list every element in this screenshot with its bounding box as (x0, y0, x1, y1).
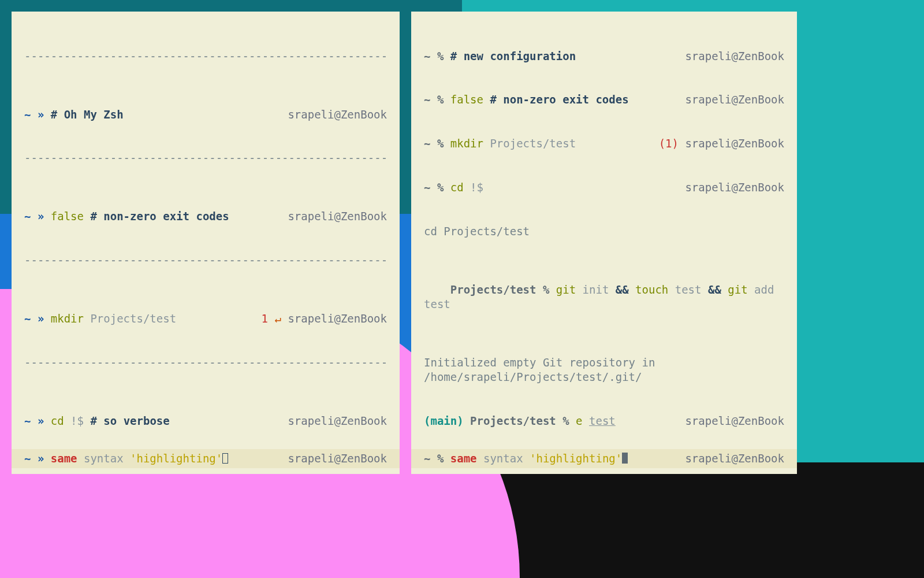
prompt: ~ » (24, 312, 44, 325)
prompt-line: ~ % # new configuration srapeli@ZenBook (424, 49, 784, 64)
command-input-line[interactable]: ~ % same syntax 'highlighting' srapeli@Z… (411, 449, 797, 468)
cmd-cd: cd (444, 181, 463, 194)
user-host: srapeli@ZenBook (679, 92, 784, 107)
prompt-line: ~ % mkdir Projects/test (1) srapeli@ZenB… (424, 136, 784, 151)
cmd-arg: !$ (464, 181, 483, 194)
comment: # non-zero exit codes (483, 93, 629, 106)
exit-code: 1 (262, 312, 275, 325)
cmd-arg: Projects/test (483, 137, 576, 150)
prompt-path: Projects/test % (464, 414, 569, 427)
cmd-mkdir: mkdir (444, 137, 483, 150)
git-branch: (main) (424, 414, 464, 427)
cmd-file: test (589, 414, 616, 427)
command-input-line[interactable]: ~ » same syntax 'highlighting' srapeli@Z… (12, 449, 400, 468)
divider: ----------------------------------------… (24, 355, 387, 370)
output-text: cd Projects/test (424, 224, 784, 239)
string-literal: 'highlighting' (523, 452, 623, 465)
cursor-icon (222, 453, 228, 464)
output-text: Initialized empty Git repository in /hom… (424, 355, 784, 385)
prompt-path: Projects/test % (450, 283, 550, 296)
prompt: ~ » (24, 210, 44, 223)
prompt-line: ~ » cd !$ # so verbose srapeli@ZenBook (24, 414, 387, 428)
user-host: srapeli@ZenBook (282, 209, 387, 224)
cmd-false: false (444, 93, 483, 106)
terminal-right[interactable]: ~ % # new configuration srapeli@ZenBook … (411, 12, 797, 474)
return-icon: ↵ (275, 312, 281, 325)
cursor-icon (622, 453, 628, 464)
prompt-line: ~ » mkdir Projects/test 1 ↵ srapeli@ZenB… (24, 312, 387, 326)
terminal-left[interactable]: ----------------------------------------… (12, 12, 400, 474)
user-host: srapeli@ZenBook (282, 414, 387, 428)
prompt-line: ~ » # Oh My Zsh srapeli@ZenBook (24, 108, 387, 122)
git-dirty-star: * (483, 473, 490, 474)
divider: ----------------------------------------… (24, 253, 387, 268)
prompt: ~ » (24, 414, 44, 427)
cmd-arg: syntax (477, 452, 523, 465)
string-literal: 'highlighting' (124, 452, 223, 465)
divider: ----------------------------------------… (24, 49, 387, 64)
prompt: ~ % (424, 452, 444, 465)
prompt: ~ % (424, 50, 444, 62)
user-host: srapeli@ZenBook (679, 451, 784, 466)
cmd-unknown: same (44, 452, 77, 465)
cmd: e (569, 414, 589, 427)
prompt-line: ~ % cd !$ srapeli@ZenBook (424, 180, 784, 195)
prompt-line: Projects/test % git init && touch test &… (424, 268, 784, 327)
cmd-unknown: same (444, 452, 476, 465)
cmd-arg: !$ (64, 414, 84, 427)
comment: # new configuration (444, 50, 576, 62)
cmd-arg: -p 0/1/2/3/4 (642, 473, 728, 474)
prompt: ~ » (24, 108, 44, 121)
user-host: srapeli@ZenBook (679, 414, 784, 428)
exit-code: (1) (659, 137, 685, 150)
prompt-line: ~ » false # non-zero exit codes srapeli@… (24, 209, 387, 224)
prompt: ~ % (424, 93, 444, 106)
cmd-mkdir: mkdir (602, 473, 642, 474)
prompt-line: ~ % false # non-zero exit codes srapeli@… (424, 92, 784, 107)
user-host: srapeli@ZenBook (679, 49, 784, 64)
comment: # so verbose (84, 414, 170, 427)
comment: # Oh My Zsh (51, 108, 124, 121)
cmd-false: false (51, 210, 84, 223)
comment: # non-zero exit codes (84, 210, 229, 223)
prompt: ~ % (424, 137, 444, 150)
cmd-cd: cd (51, 414, 64, 427)
user-host: srapeli@ZenBook (288, 312, 387, 325)
user-host: srapeli@ZenBook (282, 108, 387, 122)
cmd-mkdir: mkdir (51, 312, 84, 325)
cmd-arg: Projects/test (84, 312, 176, 325)
prompt-line: (main) Projects/test % e test srapeli@Ze… (424, 414, 784, 428)
prompt: ~ % (424, 181, 444, 194)
user-host: srapeli@ZenBook (685, 137, 784, 150)
prompt: ~ » (24, 452, 44, 465)
divider: ----------------------------------------… (24, 151, 387, 165)
cmd-arg: syntax (77, 452, 124, 465)
user-host: srapeli@ZenBook (679, 180, 784, 195)
user-host: srapeli@ZenBook (282, 451, 387, 466)
prompt-path: Projects/test % (497, 473, 602, 474)
git-branch: (main (450, 473, 483, 474)
